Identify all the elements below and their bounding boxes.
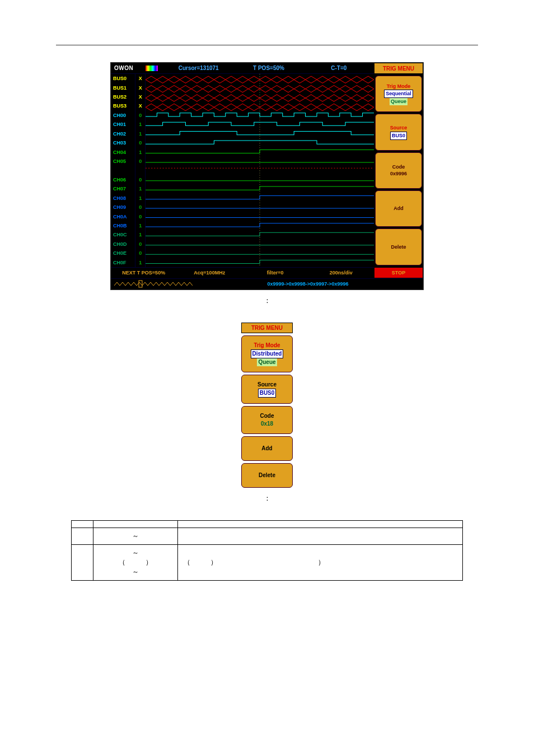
filter-readout: filter=0 bbox=[242, 270, 308, 276]
table-header bbox=[178, 520, 463, 528]
channel-label: CH02 bbox=[111, 129, 135, 138]
table-cell-line: ～ bbox=[99, 548, 172, 558]
table-header bbox=[72, 520, 93, 528]
table-cell bbox=[72, 544, 93, 580]
trig-mode-button[interactable]: Trig Mode Sequential Queue bbox=[375, 76, 422, 112]
figure-2-caption: ： bbox=[0, 493, 534, 503]
figure-1-caption: ： bbox=[0, 296, 534, 306]
table-cell: ～ bbox=[93, 528, 178, 544]
next-tpos-readout: NEXT T POS=50% bbox=[111, 270, 177, 276]
logo: OWON bbox=[111, 65, 146, 71]
table-row bbox=[72, 520, 463, 528]
trig-mode-value-2: Queue bbox=[390, 98, 407, 105]
ct-readout: C-T=0 bbox=[304, 65, 374, 71]
rainbow-icon bbox=[146, 66, 158, 71]
channel-label: CH03 bbox=[111, 138, 135, 147]
source-label: Source bbox=[390, 124, 407, 132]
source-value-2: BUS0 bbox=[258, 389, 277, 398]
channel-label-column: BUS0BUS1BUS2BUS3CH00CH01CH02CH03CH04CH05… bbox=[111, 74, 146, 267]
code-button[interactable]: Code 0x9996 bbox=[375, 152, 422, 189]
table-cell bbox=[178, 528, 463, 544]
sequence-readout: 0x9999->0x9998->0x9997->0x9996 bbox=[193, 281, 423, 287]
channel-value: 0 bbox=[135, 212, 145, 221]
channel-value: X bbox=[135, 92, 145, 101]
trig-mode-value-2b: Queue bbox=[257, 358, 277, 366]
delete-label: Delete bbox=[391, 244, 406, 251]
trig-mode-button-2[interactable]: Trig Mode Distributed Queue bbox=[241, 335, 293, 372]
channel-value: X bbox=[135, 83, 145, 92]
channel-label: CH0D bbox=[111, 240, 135, 249]
code-label: Code bbox=[392, 164, 405, 171]
source-button[interactable]: Source BUS0 bbox=[375, 114, 422, 150]
settings-table: ～ ～ （ ） ～ （ ） ） bbox=[71, 520, 463, 581]
channel-label: CH0C bbox=[111, 230, 135, 239]
source-button-2[interactable]: Source BUS0 bbox=[241, 375, 293, 404]
channel-label: CH07 bbox=[111, 184, 135, 193]
channel-value: 0 bbox=[135, 157, 145, 166]
channel-value: 1 bbox=[135, 221, 145, 230]
add-label-2: Add bbox=[261, 445, 272, 452]
scope-topbar: OWON Cursor=131071 T POS=50% C-T=0 bbox=[111, 63, 374, 74]
channel-value: 1 bbox=[135, 120, 145, 129]
channel-label: BUS3 bbox=[111, 101, 135, 110]
delete-button-2[interactable]: Delete bbox=[241, 463, 293, 488]
code-value: 0x9996 bbox=[390, 170, 407, 178]
channel-label: BUS2 bbox=[111, 92, 135, 101]
channel-label: CH0E bbox=[111, 249, 135, 258]
channel-value: 0 bbox=[135, 175, 145, 184]
table-header bbox=[93, 520, 178, 528]
scope-figure: OWON Cursor=131071 T POS=50% C-T=0 TRIG … bbox=[110, 62, 424, 290]
channel-label: BUS0 bbox=[111, 74, 135, 83]
channel-value: X bbox=[135, 101, 145, 110]
table-cell-line: （ ） bbox=[99, 558, 172, 567]
timediv-readout: 200ns/div bbox=[308, 270, 374, 276]
page-divider bbox=[56, 45, 478, 45]
channel-value bbox=[135, 166, 145, 175]
table-row: ～ （ ） ～ （ ） ） bbox=[72, 544, 463, 580]
source-value: BUS0 bbox=[390, 132, 407, 140]
trig-mode-label-2: Trig Mode bbox=[254, 342, 280, 349]
add-button[interactable]: Add bbox=[375, 190, 422, 227]
code-button-2[interactable]: Code 0x18 bbox=[241, 406, 293, 434]
small-menu-figure: TRIG MENU Trig Mode Distributed Queue So… bbox=[241, 323, 293, 488]
delete-label-2: Delete bbox=[259, 472, 275, 479]
channel-label: CH00 bbox=[111, 111, 135, 120]
add-label: Add bbox=[394, 205, 404, 212]
table-row: ～ bbox=[72, 528, 463, 544]
code-label-2: Code bbox=[260, 412, 274, 420]
channel-value: 1 bbox=[135, 193, 145, 202]
channel-label: CH09 bbox=[111, 203, 135, 212]
channel-label: CH0F bbox=[111, 258, 135, 267]
channel-label: CH01 bbox=[111, 120, 135, 129]
stop-label: STOP bbox=[392, 270, 405, 276]
acq-readout: Acq=100MHz bbox=[177, 270, 243, 276]
table-cell: （ ） ） bbox=[178, 544, 463, 580]
channel-value: X bbox=[135, 74, 145, 83]
stop-button[interactable]: STOP bbox=[374, 267, 423, 278]
trig-mode-label: Trig Mode bbox=[387, 83, 411, 90]
delete-button[interactable]: Delete bbox=[375, 228, 422, 265]
tpos-readout: T POS=50% bbox=[233, 65, 303, 71]
trig-menu-panel: Trig Mode Sequential Queue Source BUS0 C… bbox=[374, 74, 423, 267]
channel-label bbox=[111, 166, 135, 175]
channel-label: CH05 bbox=[111, 157, 135, 166]
waveform-area[interactable] bbox=[146, 74, 374, 267]
source-label-2: Source bbox=[257, 381, 277, 389]
channel-label: CH0B bbox=[111, 221, 135, 230]
channel-label: CH06 bbox=[111, 175, 135, 184]
channel-label: CH0A bbox=[111, 212, 135, 221]
trig-menu-header: TRIG MENU bbox=[374, 63, 423, 74]
scope-bottom-bar-2: 0x9999->0x9998->0x9997->0x9996 bbox=[111, 278, 423, 290]
code-value-2: 0x18 bbox=[261, 420, 273, 428]
cursor-readout: Cursor=131071 bbox=[163, 65, 233, 71]
channel-value: 1 bbox=[135, 129, 145, 138]
channel-label: CH04 bbox=[111, 147, 135, 156]
channel-value: 1 bbox=[135, 184, 145, 193]
add-button-2[interactable]: Add bbox=[241, 436, 293, 461]
channel-value: 1 bbox=[135, 147, 145, 156]
channel-label: BUS1 bbox=[111, 83, 135, 92]
trig-mode-value-1: Sequential bbox=[384, 90, 413, 98]
overview-wave-icon bbox=[114, 280, 193, 288]
trig-menu-header-2: TRIG MENU bbox=[241, 323, 293, 333]
channel-value: 0 bbox=[135, 203, 145, 212]
